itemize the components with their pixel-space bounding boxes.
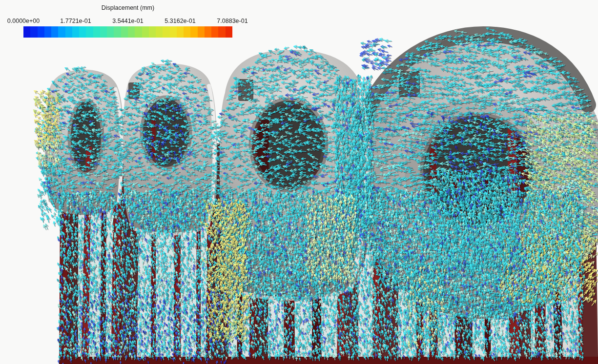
vector-field-canvas[interactable] <box>0 0 598 364</box>
simulation-viewport[interactable]: Displacement (mm) 0.0000e+00 1.7721e-01 … <box>0 0 598 364</box>
